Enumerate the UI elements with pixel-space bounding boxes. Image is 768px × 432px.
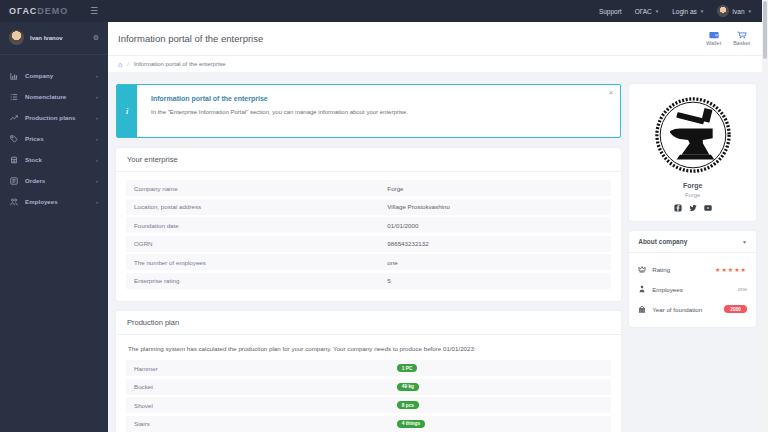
- chevron-right-icon: ›: [96, 199, 98, 205]
- production-plan-body: The planning system has calculated the p…: [116, 335, 621, 432]
- breadcrumb-current: Information portal of the enterprise: [134, 61, 226, 67]
- scrollbar-thumb[interactable]: [763, 1, 767, 59]
- list-item: Bucket49 kg: [126, 379, 611, 395]
- about-company-toggle[interactable]: About company ▼: [629, 231, 756, 253]
- row-value: one: [387, 259, 397, 266]
- login-as-label: Login as: [672, 8, 697, 15]
- list-item: Hammer1 PC: [126, 360, 611, 376]
- your-enterprise-body: Company nameForge Location, postal addre…: [116, 172, 621, 301]
- chevron-right-icon: ›: [96, 115, 98, 121]
- logo-primary: ОГАС: [9, 6, 37, 16]
- sidebar-menu: Company › Nomenclature › Production plan…: [0, 55, 108, 212]
- hamburger-menu-icon[interactable]: ☰: [90, 7, 98, 16]
- employees-label: Employees: [652, 286, 732, 293]
- info-alert-text: In the "Enterprise Information Portal" s…: [151, 109, 408, 115]
- home-icon[interactable]: ⌂: [118, 61, 122, 68]
- sidebar-item-nomenclature[interactable]: Nomenclature ›: [0, 86, 108, 107]
- breadcrumb-separator: /: [127, 61, 129, 67]
- support-link[interactable]: Support: [599, 8, 622, 15]
- quantity-badge: 4 things: [397, 420, 425, 428]
- product-name: Hammer: [134, 365, 397, 372]
- about-foundation-row: Year of foundation 2000: [638, 299, 747, 319]
- table-row: Enterprise rating5: [126, 273, 611, 289]
- facebook-icon[interactable]: [674, 204, 682, 212]
- quantity-badge: 8 pcs: [397, 401, 419, 409]
- product-name: Shovel: [134, 402, 397, 409]
- row-label: Company name: [134, 185, 387, 192]
- main-area: Information portal of the enterprise Wal…: [108, 22, 762, 432]
- sidebar-item-employees[interactable]: Employees ›: [0, 191, 108, 212]
- building-icon: [638, 305, 646, 313]
- line-chart-icon: [10, 114, 18, 122]
- row-label: The number of employees: [134, 259, 387, 266]
- topbar: ОГАСDEMO ☰ Support ОГАС▼ Login as▼ Ivan▼: [0, 0, 768, 22]
- tag-icon: [10, 135, 18, 143]
- company-profile-card: Forge Forge: [629, 84, 756, 221]
- sidebar-item-label: Orders: [25, 177, 89, 184]
- topbar-right: Support ОГАС▼ Login as▼ Ivan▼: [599, 5, 768, 17]
- gear-icon[interactable]: ⚙: [93, 34, 99, 42]
- your-enterprise-title: Your enterprise: [116, 148, 621, 172]
- rating-stars: ★★★★★: [715, 266, 747, 273]
- sidebar-item-prices[interactable]: Prices ›: [0, 128, 108, 149]
- page-header: Information portal of the enterprise Wal…: [108, 22, 762, 55]
- company-logo-anvil-icon: [652, 94, 734, 176]
- sidebar-item-orders[interactable]: Orders ›: [0, 170, 108, 191]
- chevron-right-icon: ›: [96, 178, 98, 184]
- close-icon[interactable]: ×: [609, 89, 614, 97]
- user-menu-label: Ivan: [732, 8, 744, 15]
- orders-list-icon: [10, 177, 18, 185]
- quantity-badge: 49 kg: [397, 383, 419, 391]
- row-label: OGRN: [134, 240, 387, 247]
- sidebar-user-block: Ivan Ivanov ⚙: [0, 22, 108, 55]
- chevron-right-icon: ›: [96, 94, 98, 100]
- twitter-icon[interactable]: [689, 204, 697, 212]
- info-alert-title: Information portal of the enterprise: [151, 95, 408, 102]
- chevron-right-icon: ›: [96, 157, 98, 163]
- wallet-icon: [709, 31, 719, 39]
- scrollbar[interactable]: [762, 0, 768, 432]
- user-menu[interactable]: Ivan▼: [717, 5, 752, 17]
- product-name: Stairs: [134, 420, 397, 427]
- breadcrumb: ⌂ / Information portal of the enterprise: [108, 55, 762, 72]
- bar-chart-icon: [10, 72, 18, 80]
- company-subtitle: Forge: [635, 192, 750, 198]
- chevron-right-icon: ›: [96, 73, 98, 79]
- row-value: 5: [387, 277, 390, 284]
- youtube-icon[interactable]: [704, 204, 712, 212]
- table-row: Company nameForge: [126, 180, 611, 196]
- quantity-badge: 1 PC: [397, 364, 418, 372]
- wallet-button[interactable]: Wallet: [706, 31, 721, 46]
- wallet-label: Wallet: [706, 40, 721, 46]
- table-row: OGRN986543232132: [126, 236, 611, 252]
- org-dropdown[interactable]: ОГАС▼: [635, 8, 660, 15]
- production-plan-card: Production plan The planning system has …: [116, 311, 621, 432]
- production-plan-intro: The planning system has calculated the p…: [128, 345, 611, 352]
- basket-button[interactable]: Basket: [733, 31, 750, 46]
- sidebar-item-label: Nomenclature: [25, 93, 89, 100]
- basket-icon: [737, 31, 747, 39]
- employees-value: one: [738, 286, 747, 292]
- sidebar-item-label: Employees: [25, 198, 89, 205]
- row-value: Forge: [387, 185, 403, 192]
- row-label: Foundation date: [134, 222, 387, 229]
- sidebar-item-company[interactable]: Company ›: [0, 65, 108, 86]
- store-icon: [10, 156, 18, 164]
- avatar: [9, 30, 24, 45]
- chevron-down-icon: ▼: [742, 239, 747, 245]
- app-logo[interactable]: ОГАСDEMO: [9, 6, 68, 16]
- foundation-label: Year of foundation: [652, 306, 718, 313]
- row-value: 01/01/2000: [387, 222, 418, 229]
- login-as-dropdown[interactable]: Login as▼: [672, 8, 704, 15]
- social-links: [635, 204, 750, 212]
- left-column: i Information portal of the enterprise I…: [116, 84, 621, 432]
- about-company-card: About company ▼ Rating ★★★★★ Employees o…: [629, 231, 756, 327]
- sidebar-item-stock[interactable]: Stock ›: [0, 149, 108, 170]
- rating-label: Rating: [652, 266, 709, 273]
- table-row: The number of employeesone: [126, 254, 611, 270]
- sidebar-item-production-plans[interactable]: Production plans ›: [0, 107, 108, 128]
- header-actions: Wallet Basket: [706, 31, 750, 46]
- row-label: Location, postal address: [134, 203, 387, 210]
- content: i Information portal of the enterprise I…: [108, 72, 762, 432]
- chevron-right-icon: ›: [96, 136, 98, 142]
